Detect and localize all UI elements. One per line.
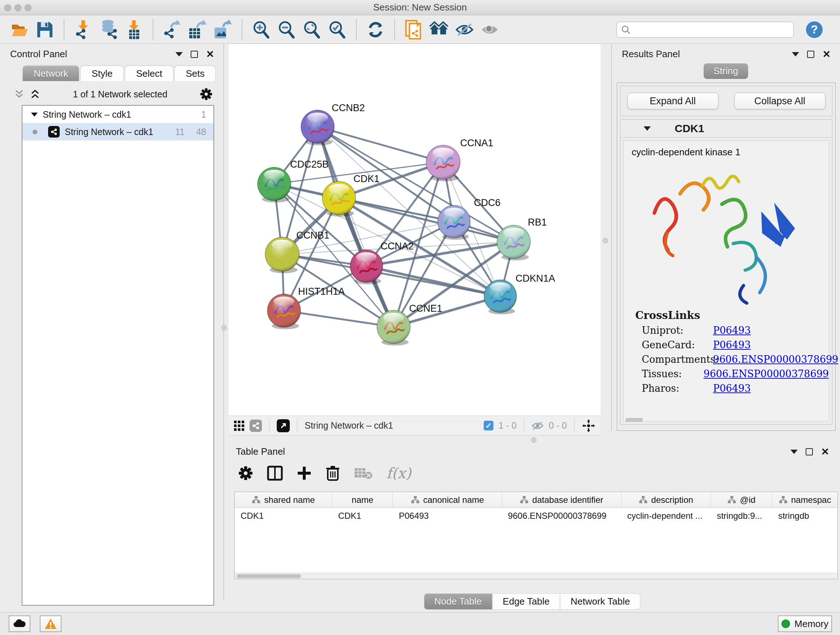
tab-string[interactable]: String bbox=[704, 63, 748, 79]
tab-network[interactable]: Network bbox=[22, 65, 79, 81]
tab-style[interactable]: Style bbox=[80, 65, 124, 81]
panel-close-icon[interactable]: ✕ bbox=[822, 51, 831, 58]
network-canvas[interactable]: CCNB2CCNA1CDC25BCDK1CDC6RB1CCNB1CCNA2CDK… bbox=[229, 44, 600, 416]
fit-crosshair-icon[interactable] bbox=[582, 419, 595, 432]
column-header-shared-name[interactable]: shared name bbox=[235, 492, 332, 508]
node-CCNA1[interactable] bbox=[426, 145, 460, 181]
collection-expand-icon[interactable] bbox=[31, 112, 38, 117]
memory-button[interactable]: Memory bbox=[778, 616, 832, 632]
node-RB1[interactable] bbox=[497, 225, 531, 261]
open-in-new-icon[interactable] bbox=[277, 419, 290, 432]
node-CCNA2[interactable] bbox=[350, 250, 383, 284]
share-view-icon[interactable] bbox=[249, 420, 262, 432]
expand-all-icon[interactable] bbox=[30, 89, 41, 99]
expand-all-button[interactable]: Expand All bbox=[627, 93, 718, 109]
column-header-id[interactable]: @id bbox=[711, 492, 772, 508]
selected-checkbox-icon[interactable]: ✓ bbox=[484, 421, 493, 431]
collapse-all-icon[interactable] bbox=[14, 89, 25, 99]
node-CDC25B[interactable] bbox=[257, 167, 291, 203]
panel-menu-icon[interactable] bbox=[175, 52, 183, 57]
show-all-button[interactable] bbox=[479, 19, 501, 41]
node-table[interactable]: shared name name canonical name database… bbox=[234, 492, 838, 579]
column-header-canonical-name[interactable]: canonical name bbox=[393, 492, 502, 508]
gear-icon[interactable] bbox=[200, 88, 213, 101]
genecard-link[interactable]: P06493 bbox=[713, 339, 751, 350]
search-field[interactable] bbox=[616, 22, 794, 38]
export-table-button[interactable] bbox=[187, 19, 208, 41]
network-icon bbox=[48, 126, 60, 138]
tab-sets[interactable]: Sets bbox=[174, 65, 216, 81]
uniprot-link[interactable]: P06493 bbox=[713, 325, 751, 336]
toolbar-separator bbox=[356, 19, 357, 40]
node-CCNB1[interactable] bbox=[265, 237, 299, 273]
tab-network-table[interactable]: Network Table bbox=[560, 593, 640, 610]
zoom-in-button[interactable] bbox=[250, 19, 272, 41]
node-CCNB2[interactable] bbox=[301, 110, 334, 146]
tab-select[interactable]: Select bbox=[125, 65, 173, 81]
column-header-name[interactable]: name bbox=[332, 492, 393, 508]
import-network-from-database-button[interactable] bbox=[98, 19, 119, 41]
search-input[interactable] bbox=[633, 25, 785, 35]
string-document-button[interactable] bbox=[403, 19, 425, 41]
tissues-link[interactable]: 9606.ENSP00000378699 bbox=[704, 368, 829, 379]
node-CDKN1A[interactable] bbox=[484, 280, 516, 314]
gene-collapse-icon[interactable] bbox=[644, 126, 651, 131]
table-gear-icon[interactable] bbox=[238, 466, 253, 481]
cloud-button[interactable] bbox=[9, 616, 30, 632]
scrollbar-thumb[interactable] bbox=[237, 574, 301, 578]
column-header-database-identifier[interactable]: database identifier bbox=[502, 492, 622, 508]
close-window-button[interactable] bbox=[4, 4, 11, 11]
right-splitter-handle[interactable] bbox=[603, 238, 608, 243]
node-CDC6[interactable] bbox=[438, 205, 470, 240]
gene-section-header[interactable]: CDK1 bbox=[621, 119, 832, 138]
zoom-out-button[interactable] bbox=[276, 19, 297, 41]
delete-column-icon[interactable] bbox=[325, 465, 340, 481]
table-row[interactable]: CDK1 CDK1 P06493 9606.ENSP00000378699 cy… bbox=[235, 508, 837, 524]
column-header-description[interactable]: description bbox=[622, 492, 711, 508]
panel-close-icon[interactable]: ✕ bbox=[821, 448, 829, 455]
pharos-link[interactable]: P06493 bbox=[713, 383, 751, 394]
node-CCNE1[interactable] bbox=[377, 310, 410, 346]
zoom-selected-button[interactable] bbox=[326, 19, 348, 41]
panel-float-icon[interactable] bbox=[191, 51, 198, 58]
import-table-button[interactable] bbox=[123, 19, 145, 41]
first-neighbors-button[interactable] bbox=[428, 19, 450, 41]
zoom-window-button[interactable] bbox=[25, 4, 32, 11]
open-session-button[interactable] bbox=[9, 19, 30, 41]
column-header-namespace[interactable]: namespac bbox=[772, 492, 837, 508]
horizontal-scrollbar[interactable] bbox=[235, 573, 837, 579]
function-builder-button[interactable]: f(x) bbox=[386, 465, 411, 481]
network-selected-status: 1 of 1 Network selected bbox=[41, 89, 200, 100]
refresh-button[interactable] bbox=[365, 19, 386, 41]
save-session-button[interactable] bbox=[34, 19, 56, 41]
panel-menu-icon[interactable] bbox=[792, 52, 799, 57]
network-row[interactable]: String Network – cdk1 11 48 bbox=[22, 123, 213, 141]
clear-table-icon[interactable] bbox=[354, 467, 373, 480]
minimize-window-button[interactable] bbox=[14, 4, 21, 11]
edge-CCNA2-CDKN1A[interactable] bbox=[366, 266, 500, 296]
help-button[interactable]: ? bbox=[806, 21, 823, 38]
panel-float-icon[interactable] bbox=[807, 51, 814, 58]
hide-selected-button[interactable] bbox=[454, 19, 475, 41]
compartments-link[interactable]: 9606.ENSP00000378699 bbox=[713, 354, 838, 365]
zoom-fit-button[interactable] bbox=[301, 19, 323, 41]
warnings-button[interactable] bbox=[40, 616, 62, 632]
columns-icon[interactable] bbox=[267, 466, 283, 481]
panel-close-icon[interactable]: ✕ bbox=[206, 51, 214, 58]
import-network-button[interactable] bbox=[73, 19, 94, 41]
scrollbar-thumb[interactable] bbox=[626, 418, 643, 422]
panel-menu-icon[interactable] bbox=[790, 450, 798, 454]
panel-float-icon[interactable] bbox=[806, 448, 813, 455]
grid-view-icon[interactable] bbox=[234, 420, 245, 431]
export-network-button[interactable] bbox=[161, 19, 183, 41]
add-column-icon[interactable] bbox=[297, 466, 312, 481]
node-HIST1H1A[interactable] bbox=[267, 294, 301, 329]
tab-node-table[interactable]: Node Table bbox=[424, 593, 493, 610]
bottom-splitter-handle[interactable] bbox=[531, 437, 537, 443]
left-splitter-handle[interactable] bbox=[221, 325, 227, 331]
network-collection-row[interactable]: String Network – cdk1 1 bbox=[22, 106, 213, 123]
collapse-all-button[interactable]: Collapse All bbox=[734, 93, 826, 109]
export-image-button[interactable] bbox=[212, 19, 234, 41]
tab-edge-table[interactable]: Edge Table bbox=[493, 593, 561, 610]
control-panel-tabs: Network Style Select Sets bbox=[22, 65, 224, 81]
